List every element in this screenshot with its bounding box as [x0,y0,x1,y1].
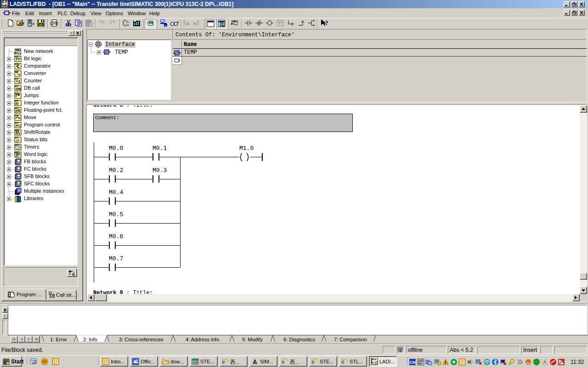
svg-text:O: O [54,359,57,364]
svg-text:±R: ±R [15,109,21,113]
svg-text:±I: ±I [15,101,18,106]
svg-text:10: 10 [126,23,129,26]
svg-text:PC: PC [16,124,21,128]
svg-text:HK): HK) [15,48,21,52]
svg-text:!«: !« [183,19,190,27]
svg-text:»!: »! [192,19,199,27]
svg-text:MA: MA [418,362,422,365]
svg-text:?: ? [325,19,328,27]
svg-text:SI: SI [164,24,167,27]
svg-text:+1: +1 [16,79,20,84]
svg-text:O: O [460,360,464,365]
svg-text:CH: CH [410,360,416,365]
svg-text:01: 01 [126,20,129,23]
svg-text:HK): HK) [232,19,238,23]
svg-text:??: ?? [278,21,283,25]
svg-text:O: O [104,359,107,364]
svg-text:-|?: -|? [15,138,20,143]
svg-text:DB: DB [16,87,21,91]
